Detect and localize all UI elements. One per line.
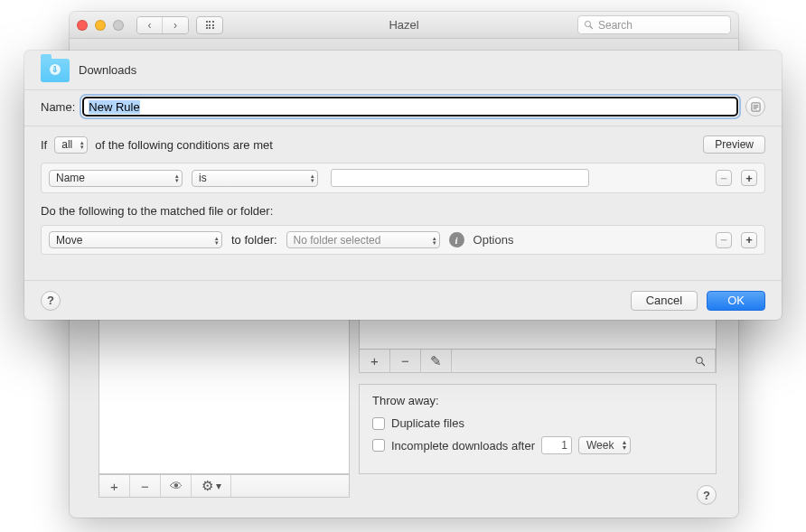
- close-window-button[interactable]: [77, 20, 88, 31]
- remove-action-button[interactable]: −: [716, 232, 732, 248]
- folders-action-menu[interactable]: ⚙▾: [192, 475, 231, 497]
- folders-add-button[interactable]: +: [99, 475, 130, 497]
- sheet-help-button[interactable]: ?: [41, 291, 61, 311]
- note-icon: [751, 102, 761, 112]
- rule-name-input[interactable]: [82, 97, 738, 117]
- if-scope-select[interactable]: all ▴▾: [54, 136, 88, 154]
- conditions-block: If all ▴▾ of the following conditions ar…: [24, 126, 782, 255]
- condition-operator-value: is: [199, 172, 207, 184]
- throw-away-panel: Throw away: Duplicate files Incomplete d…: [359, 384, 717, 474]
- download-glyph-icon: ⇩: [50, 64, 61, 75]
- window-titlebar: ‹ › Hazel Search: [70, 12, 738, 39]
- nav-forward-button[interactable]: ›: [163, 17, 188, 33]
- stepper-arrows-icon: ▴▾: [80, 140, 84, 149]
- condition-value-input[interactable]: [331, 169, 589, 187]
- pencil-icon: ✎: [430, 353, 442, 369]
- if-prefix: If: [41, 138, 47, 152]
- duplicate-files-checkbox[interactable]: [372, 417, 385, 430]
- rules-area: + − ✎ Throw away: Duplicate files Incomp…: [359, 310, 717, 474]
- folders-list[interactable]: [98, 303, 350, 474]
- minimize-window-button[interactable]: [95, 20, 106, 31]
- sheet-footer: ? Cancel OK: [24, 280, 782, 320]
- nav-back-forward: ‹ ›: [136, 16, 189, 34]
- stepper-arrows-icon: ▴▾: [623, 440, 626, 451]
- folders-preview-button[interactable]: 👁: [161, 475, 192, 497]
- folders-remove-button[interactable]: −: [130, 475, 161, 497]
- cancel-button[interactable]: Cancel: [631, 291, 698, 311]
- search-icon: [584, 20, 594, 30]
- stepper-arrows-icon: ▴▾: [215, 236, 219, 245]
- incomplete-unit-value: Week: [586, 439, 614, 452]
- chevron-down-icon: ▾: [216, 480, 221, 492]
- add-action-button[interactable]: +: [741, 232, 757, 248]
- target-folder-select[interactable]: No folder selected ▴▾: [286, 231, 440, 248]
- remove-condition-button[interactable]: −: [716, 170, 732, 186]
- to-folder-label: to folder:: [231, 233, 277, 247]
- condition-row: Name ▴▾ is ▴▾ − +: [41, 163, 765, 193]
- stepper-arrows-icon: ▴▾: [433, 236, 436, 245]
- nav-back-button[interactable]: ‹: [137, 17, 163, 33]
- help-button[interactable]: ?: [697, 485, 717, 505]
- rules-toolbar: + − ✎: [359, 350, 717, 373]
- folder-icon: ⇩: [41, 59, 70, 82]
- actions-heading: Do the following to the matched file or …: [41, 204, 765, 218]
- name-label: Name:: [41, 100, 75, 114]
- duplicate-files-label: Duplicate files: [391, 416, 464, 430]
- zoom-window-button[interactable]: [113, 20, 124, 31]
- stepper-arrows-icon: ▴▾: [175, 173, 179, 182]
- search-placeholder: Search: [598, 19, 633, 32]
- rules-search-button[interactable]: [685, 350, 716, 372]
- name-row: Name:: [24, 90, 782, 126]
- gear-icon: ⚙: [202, 478, 213, 494]
- sheet-header: ⇩ Downloads: [24, 51, 782, 90]
- rules-add-button[interactable]: +: [360, 350, 390, 372]
- window-title: Hazel: [389, 18, 418, 32]
- target-folder-value: No folder selected: [294, 234, 381, 247]
- rule-editor-sheet: ⇩ Downloads Name: If all ▴▾ of the follo…: [24, 51, 782, 320]
- incomplete-downloads-checkbox[interactable]: [372, 439, 385, 452]
- action-value: Move: [56, 234, 82, 247]
- incomplete-downloads-label: Incomplete downloads after: [391, 439, 535, 453]
- stepper-arrows-icon: ▴▾: [311, 173, 314, 182]
- search-field[interactable]: Search: [577, 15, 731, 34]
- preview-button[interactable]: Preview: [703, 135, 765, 154]
- rules-remove-button[interactable]: −: [390, 350, 421, 372]
- add-condition-button[interactable]: +: [741, 170, 757, 186]
- rules-edit-button[interactable]: ✎: [421, 350, 452, 372]
- incomplete-unit-select[interactable]: Week ▴▾: [578, 436, 631, 454]
- if-scope-value: all: [61, 138, 72, 151]
- traffic-lights: [77, 20, 124, 31]
- action-row: Move ▴▾ to folder: No folder selected ▴▾…: [41, 225, 765, 255]
- options-link[interactable]: Options: [473, 233, 514, 247]
- ok-button[interactable]: OK: [707, 291, 765, 311]
- show-all-prefs-button[interactable]: [196, 16, 223, 34]
- incomplete-age-field[interactable]: [541, 436, 572, 454]
- if-suffix: of the following conditions are met: [95, 138, 273, 152]
- notes-button[interactable]: [745, 97, 765, 117]
- info-icon[interactable]: i: [449, 232, 464, 247]
- condition-operator-select[interactable]: is ▴▾: [192, 170, 318, 187]
- condition-attribute-value: Name: [56, 172, 85, 184]
- eye-icon: 👁: [170, 479, 183, 493]
- condition-attribute-select[interactable]: Name ▴▾: [49, 170, 183, 187]
- folders-toolbar: + − 👁 ⚙▾: [98, 474, 350, 498]
- search-icon: [695, 356, 706, 367]
- svg-line-3: [701, 362, 704, 365]
- svg-line-1: [590, 26, 593, 29]
- sheet-folder-name: Downloads: [79, 63, 136, 77]
- action-select[interactable]: Move ▴▾: [49, 231, 222, 248]
- throw-away-heading: Throw away:: [372, 394, 703, 407]
